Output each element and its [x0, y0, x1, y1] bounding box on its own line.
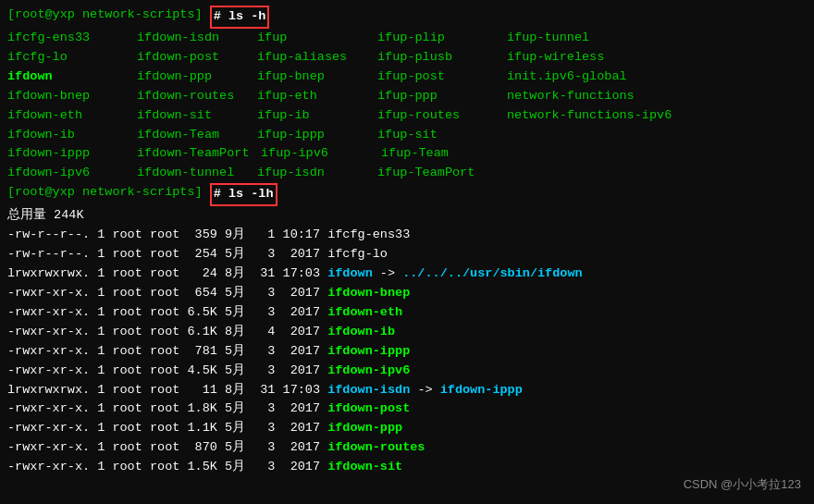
- ls-col-2-4: init.ipv6-global: [507, 68, 627, 87]
- prompt-line-2: [root@yxp network-scripts] # ls -lh: [7, 183, 807, 206]
- cmd-2: # ls -lh: [210, 183, 278, 206]
- ls-row-6: ifdown-ippp ifdown-TeamPortifup-ipv6 ifu…: [7, 144, 807, 164]
- ls-col-6-0: ifdown-ippp: [7, 144, 137, 164]
- ls-row-2: ifdown ifdown-ppp ifup-bnep ifup-post in…: [7, 68, 807, 87]
- ls-col-5-0: ifdown-ib: [7, 126, 137, 145]
- total-line: 总用量 244K: [7, 206, 807, 226]
- ls-col-3-0: ifdown-bnep: [7, 87, 137, 106]
- ls-col-4-3: ifup-routes: [377, 106, 507, 126]
- lh-name-3: ifdown-bnep: [327, 284, 410, 303]
- cmd-1: # ls -h: [210, 6, 270, 29]
- prompt-2: [root@yxp network-scripts]: [7, 183, 203, 206]
- lh-name-1: ifcfg-lo: [327, 245, 388, 264]
- ls-col-6-3: ifup-Team: [381, 144, 511, 164]
- ls-col-7-0: ifdown-ipv6: [7, 164, 137, 183]
- ls-col-1-0: ifcfg-lo: [7, 48, 137, 68]
- ls-col-7-1: ifdown-tunnel: [137, 164, 257, 183]
- ls-col-1-2: ifup-aliases: [257, 48, 377, 68]
- ls-col-0-2: ifup: [257, 29, 377, 48]
- lh-row-12: -rwxr-xr-x. 1 root root 1.5K 5月 3 2017 i…: [7, 458, 807, 477]
- lh-name-7: ifdown-ipv6: [327, 362, 410, 381]
- lh-row-3: -rwxr-xr-x. 1 root root 654 5月 3 2017 if…: [7, 284, 807, 303]
- lh-row-5: -rwxr-xr-x. 1 root root 6.1K 8月 4 2017 i…: [7, 323, 807, 342]
- ls-col-3-2: ifup-eth: [257, 87, 377, 106]
- lh-perms-7: -rwxr-xr-x. 1 root root 4.5K 5月 3 2017: [7, 362, 327, 381]
- lh-row-7: -rwxr-xr-x. 1 root root 4.5K 5月 3 2017 i…: [7, 362, 807, 381]
- ls-col-5-2: ifup-ippp: [257, 126, 377, 145]
- ls-col-2-3: ifup-post: [377, 68, 507, 87]
- lh-name-6: ifdown-ippp: [327, 342, 410, 362]
- lh-perms-0: -rw-r--r--. 1 root root 359 9月 1 10:17: [7, 226, 327, 245]
- ls-col-4-1: ifdown-sit: [137, 106, 257, 126]
- lh-perms-11: -rwxr-xr-x. 1 root root 870 5月 3 2017: [7, 438, 327, 458]
- lh-arrow-2: ->: [373, 264, 402, 284]
- ls-col-0-0: ifcfg-ens33: [7, 29, 137, 48]
- lh-row-1: -rw-r--r--. 1 root root 254 5月 3 2017 if…: [7, 245, 807, 264]
- lh-perms-3: -rwxr-xr-x. 1 root root 654 5月 3 2017: [7, 284, 327, 303]
- lh-target-8: ifdown-ippp: [440, 381, 523, 400]
- lh-row-0: -rw-r--r--. 1 root root 359 9月 1 10:17 i…: [7, 226, 807, 245]
- lh-name-9: ifdown-post: [327, 400, 410, 419]
- ls-col-3-4: network-functions: [507, 87, 635, 106]
- ls-col-2-0: ifdown: [7, 68, 137, 87]
- ls-col-4-0: ifdown-eth: [7, 106, 137, 126]
- watermark: CSDN @小小考拉123: [684, 476, 801, 493]
- lh-row-8: lrwxrwxrwx. 1 root root 11 8月 31 17:03 i…: [7, 381, 807, 400]
- ls-row-3: ifdown-bnep ifdown-routes ifup-eth ifup-…: [7, 87, 807, 106]
- space-1: [203, 6, 210, 29]
- lh-target-2: ../../../usr/sbin/ifdown: [402, 264, 582, 284]
- ls-col-5-1: ifdown-Team: [137, 126, 257, 145]
- ls-row-5: ifdown-ib ifdown-Team ifup-ippp ifup-sit: [7, 126, 807, 145]
- lh-row-2: lrwxrwxrwx. 1 root root 24 8月 31 17:03 i…: [7, 264, 807, 284]
- lh-perms-6: -rwxr-xr-x. 1 root root 781 5月 3 2017: [7, 342, 327, 362]
- ls-col-0-3: ifup-plip: [377, 29, 507, 48]
- ls-col-6-1: ifdown-TeamPort: [137, 144, 257, 164]
- lh-perms-5: -rwxr-xr-x. 1 root root 6.1K 8月 4 2017: [7, 323, 327, 342]
- lh-name-8: ifdown-isdn: [327, 381, 410, 400]
- ls-row-1: ifcfg-lo ifdown-post ifup-aliasesifup-pl…: [7, 48, 807, 68]
- lh-name-10: ifdown-ppp: [327, 419, 402, 438]
- lh-name-2: ifdown: [327, 264, 373, 284]
- space-2: [203, 183, 210, 206]
- terminal: [root@yxp network-scripts] # ls -h ifcfg…: [0, 0, 814, 504]
- prompt-1: [root@yxp network-scripts]: [7, 6, 203, 29]
- lh-name-0: ifcfg-ens33: [327, 226, 410, 245]
- lh-name-4: ifdown-eth: [327, 303, 402, 323]
- lh-perms-4: -rwxr-xr-x. 1 root root 6.5K 5月 3 2017: [7, 303, 327, 323]
- ls-row-7: ifdown-ipv6 ifdown-tunnel ifup-isdn ifup…: [7, 164, 807, 183]
- ls-col-3-3: ifup-ppp: [377, 87, 507, 106]
- ls-col-3-1: ifdown-routes: [137, 87, 257, 106]
- total-label: 总用量 244K: [7, 206, 84, 226]
- ls-col-4-2: ifup-ib: [257, 106, 377, 126]
- lh-perms-10: -rwxr-xr-x. 1 root root 1.1K 5月 3 2017: [7, 419, 327, 438]
- lh-perms-8: lrwxrwxrwx. 1 root root 11 8月 31 17:03: [7, 381, 327, 400]
- lh-perms-1: -rw-r--r--. 1 root root 254 5月 3 2017: [7, 245, 327, 264]
- ls-col-4-4: network-functions-ipv6: [507, 106, 672, 126]
- lh-row-4: -rwxr-xr-x. 1 root root 6.5K 5月 3 2017 i…: [7, 303, 807, 323]
- ls-col-0-1: ifdown-isdn: [137, 29, 257, 48]
- ls-col-7-2: ifup-isdn: [257, 164, 377, 183]
- ls-col-2-2: ifup-bnep: [257, 68, 377, 87]
- lh-name-12: ifdown-sit: [327, 458, 402, 477]
- ls-row-0: ifcfg-ens33 ifdown-isdn ifup ifup-plip i…: [7, 29, 807, 48]
- ls-col-0-4: ifup-tunnel: [507, 29, 589, 48]
- ls-col-1-1: ifdown-post: [137, 48, 257, 68]
- lh-arrow-8: ->: [410, 381, 439, 400]
- ls-col-2-1: ifdown-ppp: [137, 68, 257, 87]
- ls-col-1-4: ifup-wireless: [507, 48, 604, 68]
- ls-row-4: ifdown-eth ifdown-sit ifup-ib ifup-route…: [7, 106, 807, 126]
- lh-perms-2: lrwxrwxrwx. 1 root root 24 8月 31 17:03: [7, 264, 327, 284]
- ls-col-6-2: ifup-ipv6: [261, 144, 381, 164]
- lh-name-11: ifdown-routes: [327, 438, 425, 458]
- lh-perms-9: -rwxr-xr-x. 1 root root 1.8K 5月 3 2017: [7, 400, 327, 419]
- lh-row-6: -rwxr-xr-x. 1 root root 781 5月 3 2017 if…: [7, 342, 807, 362]
- ls-col-5-3: ifup-sit: [377, 126, 507, 145]
- lh-row-9: -rwxr-xr-x. 1 root root 1.8K 5月 3 2017 i…: [7, 400, 807, 419]
- lh-perms-12: -rwxr-xr-x. 1 root root 1.5K 5月 3 2017: [7, 458, 327, 477]
- lh-row-10: -rwxr-xr-x. 1 root root 1.1K 5月 3 2017 i…: [7, 419, 807, 438]
- ls-col-7-3: ifup-TeamPort: [377, 164, 475, 183]
- lh-name-5: ifdown-ib: [327, 323, 395, 342]
- prompt-line-1: [root@yxp network-scripts] # ls -h: [7, 6, 807, 29]
- ls-col-1-3: ifup-plusb: [377, 48, 507, 68]
- lh-row-11: -rwxr-xr-x. 1 root root 870 5月 3 2017 if…: [7, 438, 807, 458]
